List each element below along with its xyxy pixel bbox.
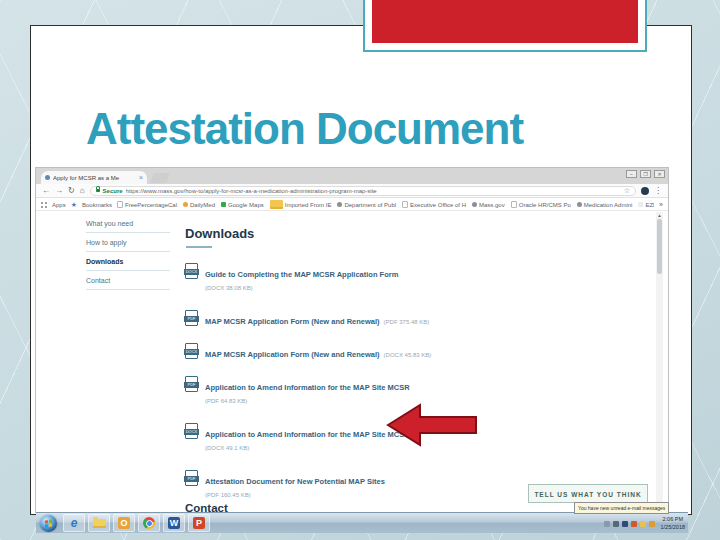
download-link[interactable]: MAP MCSR Application Form (New and Renew… — [205, 350, 380, 359]
chrome-hub — [146, 520, 153, 527]
slide: Attestation Document Apply for MCSR as a… — [0, 0, 720, 540]
contact-heading: Contact — [185, 502, 228, 512]
clock-date: 1/25/2018 — [661, 524, 685, 532]
sidebar-nav: What you needHow to applyDownloadsContac… — [86, 214, 170, 290]
file-type-label: PDF — [184, 316, 199, 322]
globe-icon — [577, 202, 582, 207]
bookmark-star-icon[interactable]: ☆ — [624, 187, 630, 195]
page-icon — [117, 201, 123, 208]
bookmarks-overflow-icon[interactable]: » — [659, 201, 663, 208]
download-item: DOCXGuide to Completing the MAP MCSR App… — [185, 263, 640, 291]
minimize-icon[interactable]: – — [626, 170, 637, 178]
taskbar-internet-explorer-icon[interactable]: e — [63, 514, 85, 532]
page-content: What you needHow to applyDownloadsContac… — [36, 212, 668, 512]
taskbar-outlook-icon[interactable]: O — [113, 514, 135, 532]
page-scrollbar[interactable]: ▴ — [656, 212, 663, 512]
secure-label: Secure — [103, 188, 123, 194]
nav-icons: ←→↻⌂ — [42, 186, 85, 196]
reload-icon[interactable]: ↻ — [68, 186, 75, 196]
tab-close-icon[interactable]: × — [139, 175, 143, 181]
taskbar: eOWP 2:06 PM 1/25/2018 — [36, 512, 688, 533]
sidebar-item-what-you-need[interactable]: What you need — [86, 214, 170, 233]
bookmark-item[interactable]: Medication Admini — [577, 202, 633, 208]
taskbar-chrome-icon[interactable] — [138, 514, 160, 532]
bookmark-item[interactable]: DailyMed — [183, 202, 215, 208]
tray-status-icon[interactable] — [622, 521, 628, 527]
download-text: MAP MCSR Application Form (New and Renew… — [205, 343, 431, 361]
file-size: (PDF 375.48 KB) — [384, 319, 430, 325]
file-docx-icon: DOCX — [185, 343, 198, 359]
globe-icon — [337, 202, 342, 207]
bookmarks-star-icon[interactable]: ★ — [71, 201, 77, 209]
sidebar-item-how-to-apply[interactable]: How to apply — [86, 233, 170, 252]
home-icon[interactable]: ⌂ — [80, 186, 85, 196]
tray-icons — [604, 521, 655, 527]
profile-avatar-icon[interactable] — [641, 187, 649, 195]
taskbar-clock[interactable]: 2:06 PM 1/25/2018 — [661, 516, 685, 531]
folder-icon — [270, 200, 283, 209]
explorer-folder-icon — [93, 519, 106, 528]
bookmark-label: EZDriveMA — [645, 202, 654, 208]
red-arrow-icon — [386, 402, 478, 448]
taskbar-word-icon[interactable]: W — [163, 514, 185, 532]
red-banner-fill — [372, 0, 638, 43]
bookmarks-label[interactable]: Bookmarks — [82, 202, 112, 208]
page-icon — [402, 201, 408, 208]
forward-icon[interactable]: → — [55, 186, 63, 196]
bookmark-label: Medication Admini — [584, 202, 633, 208]
bookmark-item[interactable]: Executive Office of H — [402, 201, 466, 208]
internet-explorer-icon: e — [68, 517, 80, 529]
bookmark-label: Department of Publ — [344, 202, 396, 208]
download-link[interactable]: Application to Amend Information for the… — [205, 430, 410, 439]
scrollbar-up-icon[interactable]: ▴ — [656, 212, 663, 218]
download-link[interactable]: MAP MCSR Application Form (New and Renew… — [205, 317, 380, 326]
red-banner-shape — [363, 0, 647, 52]
bookmark-item[interactable]: Google Maps — [221, 202, 264, 208]
download-link[interactable]: Attestation Document for New Potential M… — [205, 477, 385, 486]
maximize-icon[interactable]: ❐ — [640, 170, 651, 178]
system-tray: 2:06 PM 1/25/2018 — [604, 514, 685, 533]
taskbar-explorer-folder-icon[interactable] — [88, 514, 110, 532]
bookmark-item[interactable]: Department of Publ — [337, 202, 396, 208]
download-link[interactable]: Application to Amend Information for the… — [205, 383, 410, 392]
feedback-button[interactable]: TELL US WHAT YOU THINK — [528, 484, 648, 503]
tab-favicon-icon — [45, 175, 50, 180]
bookmark-item[interactable]: Imported From IE — [270, 200, 332, 209]
address-bar[interactable]: Secure https://www.mass.gov/how-to/apply… — [90, 186, 636, 196]
taskbar-powerpoint-icon[interactable]: P — [188, 514, 210, 532]
bookmark-item[interactable]: Mass.gov — [472, 202, 505, 208]
browser-tabstrip: Apply for MCSR as a Me × –❐✕ — [36, 168, 668, 184]
slide-title: Attestation Document — [86, 104, 523, 154]
download-item: PDFApplication to Amend Information for … — [185, 376, 640, 404]
download-text: Application to Amend Information for the… — [205, 376, 410, 404]
back-icon[interactable]: ← — [42, 186, 50, 196]
file-size: (PDF 160.45 KB) — [205, 492, 385, 498]
browser-tab[interactable]: Apply for MCSR as a Me × — [41, 171, 147, 184]
sidebar-item-downloads[interactable]: Downloads — [86, 252, 170, 271]
sidebar-item-contact[interactable]: Contact — [86, 271, 170, 290]
download-link[interactable]: Guide to Completing the MAP MCSR Applica… — [205, 270, 398, 279]
file-size: (DOCX 38.08 KB) — [205, 285, 398, 291]
new-tab-button[interactable] — [150, 173, 170, 183]
start-button[interactable] — [40, 515, 57, 532]
tray-status-icon[interactable] — [649, 521, 655, 527]
bookmark-item[interactable]: EZDriveMA — [638, 202, 654, 208]
bookmark-label: Oracle HR/CMS Po — [519, 202, 571, 208]
browser-menu-icon[interactable]: ⋮ — [654, 186, 662, 195]
download-item: DOCXMAP MCSR Application Form (New and R… — [185, 343, 640, 361]
globe-icon — [183, 202, 188, 207]
tray-status-icon[interactable] — [604, 521, 610, 527]
file-pdf-icon: PDF — [185, 376, 198, 392]
bookmark-item[interactable]: Oracle HR/CMS Po — [511, 201, 571, 208]
apps-grid-icon[interactable] — [41, 202, 47, 208]
lock-icon — [96, 189, 100, 192]
apps-label[interactable]: Apps — [52, 202, 66, 208]
tray-status-icon[interactable] — [613, 521, 619, 527]
file-docx-icon: DOCX — [185, 263, 198, 279]
tray-status-icon[interactable] — [640, 521, 646, 527]
scrollbar-thumb[interactable] — [657, 219, 662, 274]
close-icon[interactable]: ✕ — [654, 170, 665, 178]
bookmark-item[interactable]: FreePercentageCal — [117, 201, 177, 208]
tray-status-icon[interactable] — [631, 521, 637, 527]
word-icon: W — [168, 517, 180, 529]
